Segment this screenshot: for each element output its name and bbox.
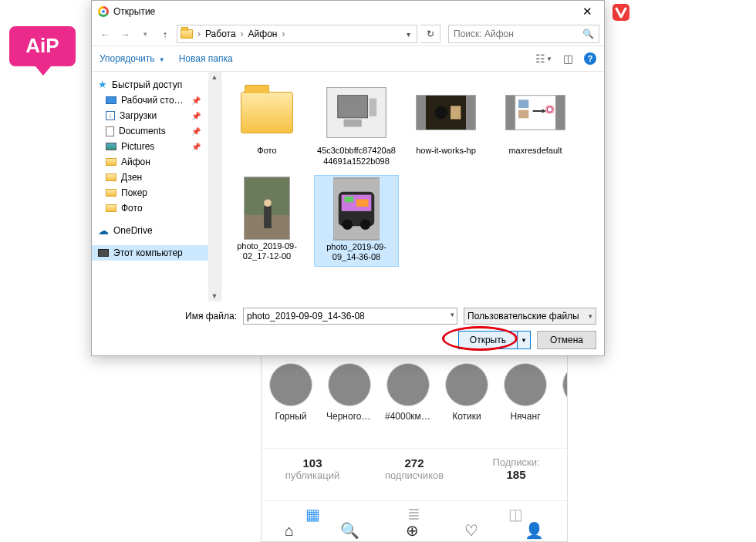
file-item[interactable]: how-it-works-hp [403, 79, 488, 170]
chevron-down-icon: ▼ [159, 56, 165, 63]
chevron-down-icon[interactable]: ▾ [403, 30, 413, 39]
ig-stat-followers[interactable]: 272подписчиков [363, 456, 465, 481]
add-icon[interactable]: ⊕ [406, 521, 419, 540]
close-button[interactable]: ✕ [572, 1, 602, 22]
sidebar: ★Быстрый доступ Рабочий сто…📌 Загрузки📌 … [92, 72, 221, 301]
home-icon[interactable]: ⌂ [285, 522, 294, 540]
chrome-icon [98, 6, 109, 17]
ig-highlight[interactable]: Нячанг [502, 363, 548, 422]
sidebar-item-folder[interactable]: Айфон [92, 154, 221, 170]
open-dropdown[interactable]: ▼ [518, 337, 530, 344]
chevron-right-icon: › [282, 29, 285, 39]
file-type-filter[interactable]: Пользовательские файлы ▾ [464, 308, 596, 325]
folder-icon [181, 29, 193, 39]
vivaldi-icon [612, 3, 630, 22]
titlebar: Открытие ✕ [92, 1, 604, 22]
chevron-right-icon: › [197, 29, 201, 39]
file-item-selected[interactable]: photo_2019-09-09_14-36-08 [314, 175, 399, 268]
file-grid[interactable]: Фото 45c3c0bbffc87420a844691a1522b098 ho… [221, 72, 604, 301]
toolbar: Упорядочить ▼ Новая папка ☷ ▼ ◫ ? [92, 45, 604, 72]
chevron-down-icon: ▾ [589, 312, 592, 320]
open-button[interactable]: Открыть ▼ [458, 331, 531, 349]
ig-stat-posts[interactable]: 103публикаций [262, 456, 363, 481]
nav-row: ← → ▾ ↑ › Работа › Айфон › ▾ ↻ Поиск: Ай… [92, 22, 604, 45]
search-icon[interactable]: 🔍 [340, 521, 359, 540]
image-thumb [326, 87, 386, 138]
sidebar-onedrive[interactable]: ☁OneDrive [92, 222, 221, 239]
sidebar-item-documents[interactable]: Documents📌 [92, 123, 221, 139]
svg-rect-10 [518, 99, 528, 108]
downloads-icon [106, 111, 115, 120]
sidebar-item-folder[interactable]: Фото [92, 200, 221, 216]
nav-up[interactable]: ↑ [157, 25, 174, 42]
search-placeholder: Поиск: Айфон [454, 29, 514, 39]
organize-menu[interactable]: Упорядочить ▼ [100, 53, 165, 64]
address-bar[interactable]: › Работа › Айфон › ▾ [177, 25, 417, 43]
help-button[interactable]: ? [584, 52, 596, 65]
sidebar-item-pictures[interactable]: Pictures📌 [92, 139, 221, 154]
new-folder-button[interactable]: Новая папка [179, 53, 233, 64]
view-mode-button[interactable]: ☷ ▼ [535, 52, 552, 65]
nav-back[interactable]: ← [96, 25, 113, 42]
file-item[interactable]: 45c3c0bbffc87420a844691a1522b098 [314, 79, 399, 170]
folder-icon [106, 204, 116, 212]
sidebar-item-folder[interactable]: Покер [92, 185, 221, 200]
desktop-icon [106, 96, 116, 104]
ig-nav: ⌂ 🔍 ⊕ ♡ 👤 [262, 519, 567, 542]
image-thumb [333, 177, 380, 241]
search-input[interactable]: Поиск: Айфон 🔍 [448, 25, 599, 43]
ig-highlight[interactable]: Черногор… [326, 363, 373, 422]
preview-pane-button[interactable]: ◫ [563, 52, 573, 65]
image-thumb [416, 95, 476, 130]
nav-recent-dropdown[interactable]: ▾ [137, 25, 154, 42]
svg-point-22 [360, 219, 371, 230]
file-open-dialog: Открытие ✕ ← → ▾ ↑ › Работа › Айфон › ▾ … [91, 0, 605, 356]
cancel-button[interactable]: Отмена [537, 331, 596, 349]
onedrive-icon: ☁ [98, 224, 109, 237]
sidebar-this-pc[interactable]: Этот компьютер [92, 245, 221, 261]
refresh-button[interactable]: ↻ [420, 25, 440, 43]
nav-forward: → [116, 25, 133, 42]
breadcrumb-item[interactable]: Работа [205, 29, 236, 39]
file-item[interactable]: maxresdefault [493, 79, 578, 170]
pin-icon: 📌 [191, 127, 201, 136]
heart-icon[interactable]: ♡ [464, 521, 478, 540]
folder-icon [106, 173, 116, 181]
ig-highlight[interactable]: Котики [444, 363, 490, 422]
dialog-title: Открытие [113, 6, 155, 17]
search-icon: 🔍 [582, 29, 594, 39]
pin-icon: 📌 [191, 96, 201, 105]
ig-highlight[interactable]: Са… [561, 363, 567, 422]
file-item-folder[interactable]: Фото [224, 79, 309, 170]
breadcrumb-item[interactable]: Айфон [248, 29, 278, 39]
ig-highlight[interactable]: #4000кме… [385, 363, 431, 422]
ig-stats: 103публикаций 272подписчиков Подписки:18… [262, 448, 567, 492]
star-icon: ★ [98, 79, 107, 90]
svg-point-18 [264, 199, 272, 207]
sidebar-item-downloads[interactable]: Загрузки📌 [92, 108, 221, 123]
svg-rect-24 [345, 196, 354, 202]
svg-rect-25 [356, 199, 368, 207]
svg-rect-4 [344, 120, 362, 127]
profile-icon[interactable]: 👤 [525, 521, 544, 540]
sidebar-scrollbar[interactable]: ▲▼ [208, 72, 221, 301]
sidebar-item-folder[interactable]: Дзен [92, 170, 221, 185]
sidebar-quick-access[interactable]: ★Быстрый доступ [92, 76, 221, 93]
ig-stat-following[interactable]: Подписки:185 [465, 456, 567, 481]
svg-rect-17 [264, 206, 272, 228]
svg-rect-3 [338, 96, 368, 118]
file-item[interactable]: photo_2019-09-02_17-12-00 [224, 175, 309, 268]
svg-rect-11 [518, 110, 528, 119]
ig-highlight[interactable]: Горный [268, 363, 314, 422]
folder-icon [106, 158, 116, 166]
svg-rect-5 [369, 99, 376, 116]
image-thumb [244, 177, 290, 240]
filename-input[interactable] [243, 308, 457, 325]
pc-icon [98, 249, 109, 257]
ig-highlights[interactable]: Горный Черногор… #4000кме… Котики Нячанг… [262, 363, 567, 422]
chevron-right-icon: › [241, 29, 244, 39]
pictures-icon [106, 143, 116, 150]
sidebar-item-desktop[interactable]: Рабочий сто…📌 [92, 93, 221, 108]
pin-icon: 📌 [191, 112, 201, 120]
image-thumb [505, 95, 565, 130]
